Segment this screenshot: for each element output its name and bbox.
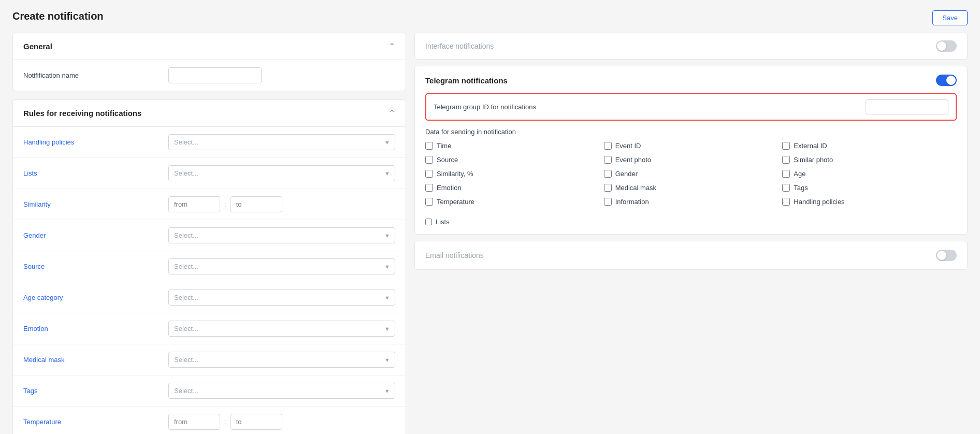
checkbox-11[interactable] <box>782 184 790 192</box>
rules-field-label-0: Handling policies <box>23 138 168 146</box>
data-sending-label: Data for sending in notification <box>425 128 957 136</box>
general-card-header[interactable]: General ⌃ <box>13 33 406 60</box>
notification-name-row: Notifification name <box>13 60 406 91</box>
checkbox-item-5: Similar photo <box>782 156 957 164</box>
range-to-2[interactable] <box>230 196 282 212</box>
save-button[interactable]: Save <box>932 10 968 25</box>
notification-name-input[interactable] <box>168 67 262 83</box>
rules-field-row-5: Age categorySelect...▼ <box>13 282 406 313</box>
checkbox-label-12: Temperature <box>437 198 474 206</box>
general-chevron-icon: ⌃ <box>388 41 395 51</box>
checkbox-item-10: Medical mask <box>604 184 779 192</box>
checkbox-item-3: Source <box>425 156 600 164</box>
rules-field-label-4: Source <box>23 263 168 270</box>
checkbox-item-7: Gender <box>604 170 779 178</box>
email-notifications-toggle[interactable] <box>936 250 957 261</box>
rules-select-0[interactable]: Select... <box>168 134 395 150</box>
general-card-body: Notifification name <box>13 60 406 91</box>
rules-field-row-9: Temperature: <box>13 407 406 434</box>
checkbox-item-0: Time <box>425 142 600 150</box>
general-title: General <box>23 42 52 51</box>
rules-field-row-7: Medical maskSelect...▼ <box>13 344 406 375</box>
checkbox-label-9: Emotion <box>437 184 462 192</box>
general-card: General ⌃ Notifification name <box>12 33 406 91</box>
checkbox-label-13: Information <box>615 198 649 206</box>
checkbox-label-8: Age <box>794 170 805 178</box>
rules-chevron-icon: ⌃ <box>388 108 395 118</box>
checkbox-13[interactable] <box>604 198 612 206</box>
page-title: Create notification <box>12 10 968 22</box>
checkbox-label-2: External ID <box>794 142 827 150</box>
rules-field-row-2: Similarity: <box>13 189 406 220</box>
checkbox-9[interactable] <box>425 184 433 192</box>
rules-select-3[interactable]: Select... <box>168 227 395 243</box>
checkbox-0[interactable] <box>425 142 433 150</box>
data-sending-section: Data for sending in notification TimeEve… <box>425 128 957 226</box>
telegram-group-id-input[interactable] <box>866 99 948 114</box>
checkbox-label-5: Similar photo <box>794 156 833 164</box>
checkbox-8[interactable] <box>782 170 790 178</box>
rules-select-1[interactable]: Select... <box>168 165 395 181</box>
rules-field-control-7: Select...▼ <box>168 352 395 368</box>
checkbox-label-15: Lists <box>436 218 450 226</box>
checkbox-item-9: Emotion <box>425 184 600 192</box>
rules-field-row-6: EmotionSelect...▼ <box>13 313 406 344</box>
rules-select-8[interactable]: Select... <box>168 383 395 399</box>
telegram-notifications-label: Telegram notifications <box>425 76 508 85</box>
checkbox-item-6: Similarity, % <box>425 170 600 178</box>
rules-field-row-4: SourceSelect...▼ <box>13 251 406 282</box>
lists-checkbox-wrapper: Lists <box>425 212 957 226</box>
checkbox-label-4: Event photo <box>615 156 651 164</box>
telegram-group-id-label: Telegram group ID for notifications <box>434 103 536 111</box>
checkbox-6[interactable] <box>425 170 433 178</box>
interface-notifications-toggle[interactable] <box>936 40 957 52</box>
checkbox-7[interactable] <box>604 170 612 178</box>
checkbox-label-6: Similarity, % <box>437 170 473 178</box>
telegram-notifications-header: Telegram notifications <box>425 75 957 86</box>
rules-select-6[interactable]: Select... <box>168 321 395 337</box>
range-sep-2: : <box>224 200 226 208</box>
checkbox-4[interactable] <box>604 156 612 164</box>
rules-select-4[interactable]: Select... <box>168 258 395 274</box>
rules-field-label-5: Age category <box>23 294 168 301</box>
checkbox-label-1: Event ID <box>615 142 641 150</box>
checkbox-1[interactable] <box>604 142 612 150</box>
checkbox-item-13: Information <box>604 198 779 206</box>
checkbox-label-3: Source <box>437 156 458 164</box>
range-from-9[interactable] <box>168 414 220 430</box>
checkbox-3[interactable] <box>425 156 433 164</box>
rules-select-5[interactable]: Select... <box>168 290 395 306</box>
checkbox-15[interactable] <box>425 219 432 225</box>
checkbox-item-8: Age <box>782 170 957 178</box>
checkbox-10[interactable] <box>604 184 612 192</box>
checkbox-label-11: Tags <box>794 184 808 192</box>
checkbox-label-14: Handling policies <box>794 198 844 206</box>
checkbox-2[interactable] <box>782 142 790 150</box>
range-from-2[interactable] <box>168 196 220 212</box>
rules-title: Rules for receiving notifications <box>23 109 141 118</box>
checkbox-12[interactable] <box>425 198 433 206</box>
interface-notifications-section: Interface notifications <box>414 33 968 60</box>
rules-field-control-6: Select...▼ <box>168 321 395 337</box>
rules-card: Rules for receiving notifications ⌃ Hand… <box>12 99 406 434</box>
interface-notifications-row: Interface notifications <box>415 33 967 59</box>
rules-field-label-6: Emotion <box>23 325 168 332</box>
checkbox-5[interactable] <box>782 156 790 164</box>
telegram-notifications-toggle[interactable] <box>936 75 957 86</box>
checkbox-item-4: Event photo <box>604 156 779 164</box>
checkbox-14[interactable] <box>782 198 790 206</box>
rules-card-body: Handling policiesSelect...▼ListsSelect..… <box>13 127 406 434</box>
range-sep-9: : <box>224 418 226 426</box>
range-to-9[interactable] <box>230 414 282 430</box>
rules-field-row-1: ListsSelect...▼ <box>13 158 406 189</box>
rules-field-row-0: Handling policiesSelect...▼ <box>13 127 406 158</box>
rules-field-row-3: GenderSelect...▼ <box>13 220 406 251</box>
rules-card-header[interactable]: Rules for receiving notifications ⌃ <box>13 100 406 127</box>
telegram-notifications-section: Telegram notifications Telegram group ID… <box>414 66 968 235</box>
checkbox-item-2: External ID <box>782 142 957 150</box>
rules-select-7[interactable]: Select... <box>168 352 395 368</box>
checkbox-label-0: Time <box>437 142 451 150</box>
checkbox-label-10: Medical mask <box>615 184 656 192</box>
checkbox-item-12: Temperature <box>425 198 600 206</box>
rules-field-label-8: Tags <box>23 387 168 395</box>
